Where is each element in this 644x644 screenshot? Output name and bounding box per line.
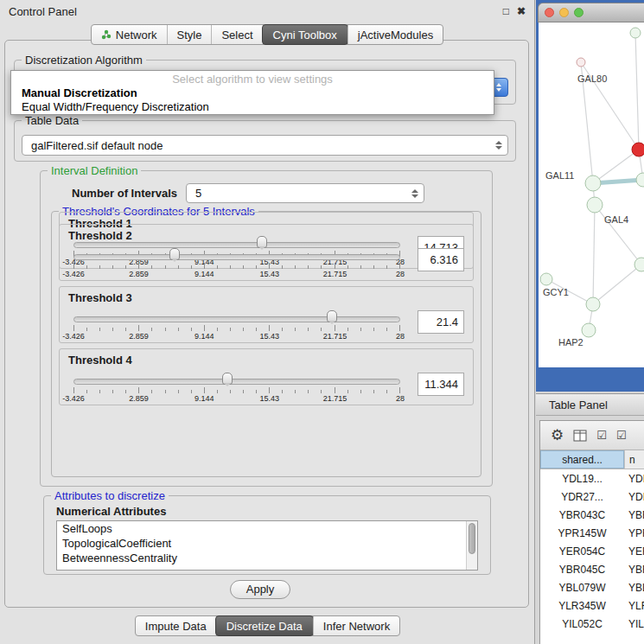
network-node[interactable] bbox=[632, 143, 644, 156]
threshold-slider[interactable]: -3.4262.8599.14415.4321.71528 bbox=[73, 372, 400, 405]
network-node[interactable] bbox=[540, 273, 552, 285]
slider-track[interactable] bbox=[73, 316, 400, 322]
gear-icon[interactable]: ⚙ bbox=[551, 428, 564, 443]
cell-shared-name: YDR27... bbox=[540, 488, 624, 506]
tab-select[interactable]: Select bbox=[211, 25, 262, 44]
close-button[interactable] bbox=[545, 8, 554, 17]
threshold-label: Threshold 2 bbox=[68, 229, 132, 242]
number-of-intervals-label: Number of Intervals bbox=[72, 187, 177, 200]
algorithm-option-manual-discretization[interactable]: Manual Discretization bbox=[11, 86, 494, 100]
table-row[interactable]: YLR345WYLR3 bbox=[540, 596, 644, 615]
tab-label: Network bbox=[116, 29, 157, 41]
cell-name: YER0 bbox=[624, 542, 644, 560]
table-row[interactable]: YBR045CYBR0 bbox=[540, 560, 644, 578]
node-label: GAL11 bbox=[545, 170, 574, 181]
cell-name: YLR3 bbox=[624, 596, 644, 615]
columns-icon[interactable] bbox=[573, 430, 587, 442]
threshold-slider[interactable]: -3.4262.8599.14415.4321.71528 bbox=[73, 247, 400, 280]
algorithm-dropdown-popup: Select algorithm to view settings Manual… bbox=[10, 70, 494, 115]
slider-tick-labels: -3.4262.8599.14415.4321.71528 bbox=[73, 394, 400, 403]
table-toolbar: ⚙ ☑ ☑ bbox=[540, 421, 644, 450]
minimize-button[interactable] bbox=[559, 8, 569, 17]
cell-name: YBR0 bbox=[624, 560, 644, 578]
checkbox-icon[interactable]: ☑ bbox=[616, 430, 627, 441]
threshold-slider[interactable]: -3.4262.8599.14415.4321.71528 bbox=[73, 309, 400, 342]
slider-thumb[interactable] bbox=[327, 310, 337, 322]
zoom-button[interactable] bbox=[574, 8, 583, 17]
table-row[interactable]: YIL052CYIL0 bbox=[540, 615, 644, 633]
column-header-name[interactable]: n bbox=[624, 450, 644, 469]
slider-track[interactable] bbox=[73, 379, 400, 385]
table-row[interactable]: YBL079WYBL0 bbox=[540, 578, 644, 596]
attribute-list-item[interactable]: TopologicalCoefficient bbox=[57, 536, 477, 551]
network-node[interactable] bbox=[582, 323, 596, 337]
algorithm-option-equal-width-frequency-discretization[interactable]: Equal Width/Frequency Discretization bbox=[11, 100, 494, 114]
node-label: GCY1 bbox=[543, 287, 569, 297]
column-header-shared-name[interactable]: shared... bbox=[540, 450, 624, 469]
tab-label: Cyni Toolbox bbox=[273, 29, 337, 41]
table-row[interactable]: YDR27...YDR2 bbox=[540, 488, 644, 506]
threshold-value-field[interactable]: 6.316 bbox=[418, 248, 464, 271]
tab-style[interactable]: Style bbox=[167, 25, 212, 44]
slider-thumb[interactable] bbox=[222, 373, 233, 385]
table-data-combobox[interactable]: galFiltered.sif default node bbox=[22, 135, 508, 156]
table-row[interactable]: YDL19...YDL1 bbox=[540, 469, 644, 488]
table-panel-title: Table Panel bbox=[549, 399, 608, 411]
table-panel-headerbar[interactable]: Table Panel bbox=[536, 393, 644, 416]
tab-label: Select bbox=[221, 29, 252, 41]
attribute-list-item[interactable]: BetweennessCentrality bbox=[57, 551, 477, 565]
tab-jactivemodules[interactable]: jActiveModules bbox=[348, 25, 443, 44]
cell-name: YIL0 bbox=[624, 615, 644, 633]
float-window-icon[interactable]: □ bbox=[503, 5, 509, 17]
tab-impute-data[interactable]: Impute Data bbox=[136, 616, 216, 635]
table-row[interactable]: YER054CYER0 bbox=[540, 542, 644, 560]
network-window-titlebar[interactable] bbox=[538, 3, 644, 22]
tab-label: Impute Data bbox=[145, 620, 207, 633]
scrollbar-thumb[interactable] bbox=[469, 523, 475, 554]
attributes-group-title: Attributes to discretize bbox=[51, 489, 169, 502]
algorithm-option-list: Manual DiscretizationEqual Width/Frequen… bbox=[11, 86, 494, 114]
node-label: HAP2 bbox=[558, 337, 583, 348]
slider-track[interactable] bbox=[73, 254, 400, 260]
network-node[interactable] bbox=[630, 28, 641, 38]
cell-shared-name: YDL19... bbox=[540, 469, 624, 488]
network-node[interactable] bbox=[636, 173, 644, 187]
tab-network[interactable]: Network bbox=[92, 25, 167, 44]
network-node[interactable] bbox=[577, 58, 585, 67]
cell-name: YPR1 bbox=[624, 524, 644, 542]
tab-discretize-data[interactable]: Discretize Data bbox=[215, 615, 314, 636]
threshold-value-field[interactable]: 11.344 bbox=[418, 373, 464, 396]
network-edge bbox=[593, 265, 641, 304]
table-panel-window: ⚙ ☑ ☑ shared... n YDL19...YDL1YDR27...YD… bbox=[539, 420, 644, 644]
network-edge bbox=[593, 150, 639, 183]
apply-button[interactable]: Apply bbox=[230, 580, 290, 599]
tab-label: Discretize Data bbox=[226, 620, 303, 633]
table-row[interactable]: YPR145WYPR1 bbox=[540, 524, 644, 542]
threshold-group: Threshold 2 -3.4262.8599.14415.4321.7152… bbox=[59, 224, 474, 281]
algorithm-placeholder: Select algorithm to view settings bbox=[11, 73, 494, 86]
top-tab-row: NetworkStyleSelectCyni ToolboxjActiveMod… bbox=[0, 24, 534, 45]
attribute-list-item[interactable]: SelfLoops bbox=[57, 521, 477, 536]
control-panel-titlebar: Control Panel □ ✖ bbox=[0, 0, 534, 22]
network-node[interactable] bbox=[585, 175, 601, 191]
number-of-intervals-combobox[interactable]: 5 bbox=[186, 183, 424, 203]
tab-cyni-toolbox[interactable]: Cyni Toolbox bbox=[262, 24, 348, 45]
network-canvas[interactable]: GAL80GAL11GAL4GCY1HAP2 bbox=[539, 22, 644, 367]
network-node[interactable] bbox=[586, 297, 600, 311]
checkbox-icon[interactable]: ☑ bbox=[596, 430, 607, 441]
slider-tick-labels: -3.4262.8599.14415.4321.71528 bbox=[73, 270, 400, 278]
tab-infer-network[interactable]: Infer Network bbox=[313, 616, 399, 635]
slider-thumb[interactable] bbox=[169, 248, 180, 260]
scrollbar[interactable] bbox=[466, 521, 477, 570]
table-row[interactable]: YBR043CYBR0 bbox=[540, 506, 644, 524]
network-node[interactable] bbox=[634, 258, 644, 271]
interval-definition-group: Interval Definition Number of Intervals … bbox=[40, 170, 493, 487]
threshold-value-field[interactable]: 21.4 bbox=[418, 310, 464, 334]
network-node[interactable] bbox=[587, 197, 603, 213]
tab-label: jActiveModules bbox=[358, 29, 433, 41]
network-icon bbox=[101, 29, 112, 40]
close-panel-icon[interactable]: ✖ bbox=[517, 5, 526, 17]
threshold-group: Threshold 4 -3.4262.8599.14415.4321.7152… bbox=[59, 348, 474, 405]
table-header-row: shared... n bbox=[540, 450, 644, 469]
numerical-attributes-list[interactable]: SelfLoopsTopologicalCoefficientBetweenne… bbox=[56, 520, 478, 571]
